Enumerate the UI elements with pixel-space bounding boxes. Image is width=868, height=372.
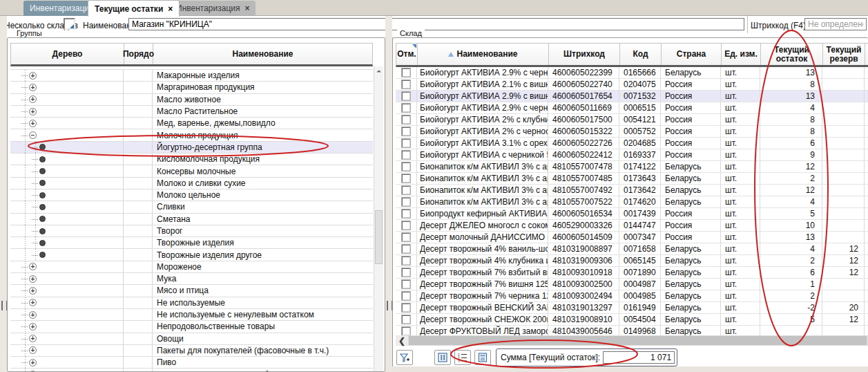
row-checkbox[interactable] — [402, 127, 410, 136]
stock-table-row[interactable]: Десерт ДЖЕЛЕО многосл с соком виш4605290… — [396, 220, 868, 232]
expand-node-icon[interactable]: + — [29, 120, 37, 127]
stock-table-row[interactable]: Биойогурт АКТИВИА 2% с клубникой46006050… — [396, 114, 868, 126]
row-checkbox[interactable] — [402, 186, 410, 194]
tree-row[interactable]: +Не используемые с ненулевым остатком — [10, 309, 373, 321]
row-checkbox[interactable] — [402, 210, 410, 218]
column-header-name[interactable]: Наименование — [418, 44, 549, 65]
stock-table-row[interactable]: Десерт творожный СНЕЖОК 200г481031900891… — [396, 314, 868, 326]
tree-row[interactable]: Кисломолочная продукция — [10, 154, 373, 165]
barcode-input[interactable] — [804, 18, 867, 30]
column-header-tree[interactable]: Дерево — [11, 44, 124, 64]
tree-row[interactable]: +Маргариновая продукция — [10, 82, 373, 93]
expand-node-icon[interactable]: + — [29, 299, 37, 306]
stock-table-row[interactable]: Бионапиток к/м АКТИВИЛ 3% с арома4810557… — [396, 196, 868, 208]
scrollbar-thumb[interactable] — [409, 336, 867, 345]
stock-table-row[interactable]: Биойогурт АКТИВИА 2.9% с черносли4600605… — [396, 102, 868, 114]
calculator-button[interactable] — [474, 350, 491, 365]
multi-store-checkbox[interactable] — [64, 18, 75, 30]
expand-node-icon[interactable]: + — [29, 335, 37, 342]
column-header-order[interactable]: Порядо — [124, 44, 153, 64]
expand-node-icon[interactable]: + — [29, 346, 37, 354]
tree-row[interactable]: Молоко цельное — [10, 189, 373, 201]
stock-table-row[interactable]: Десерт творожный ВЕНСКИЙ ЗАВТРА481031901… — [396, 302, 868, 314]
tree-row[interactable]: Творожные изделия — [10, 237, 373, 249]
row-checkbox[interactable] — [402, 162, 410, 171]
tab-inventory[interactable]: Инвентаризация × — [170, 1, 255, 15]
tree-row[interactable]: Консервы молочные — [10, 165, 373, 177]
left-splitter[interactable] — [0, 16, 7, 372]
tree-row[interactable]: +Масло животное — [10, 94, 373, 106]
row-checkbox[interactable] — [402, 151, 410, 159]
row-checkbox[interactable] — [402, 304, 410, 312]
row-checkbox[interactable] — [402, 68, 410, 77]
expand-node-icon[interactable]: + — [29, 95, 37, 103]
close-tab-icon[interactable]: × — [168, 6, 173, 12]
column-header-code[interactable]: Код — [620, 44, 662, 65]
stock-table-row[interactable]: Бионапиток к/м АКТИВИЛ 3% с арома4810557… — [396, 185, 868, 196]
tree-row[interactable]: +Масло Растительное — [10, 106, 373, 118]
stock-table-row[interactable]: Бионапиток к/м АКТИВИЛ 3% с арома4810557… — [396, 173, 868, 185]
column-header-unit[interactable]: Ед. изм. — [722, 44, 761, 65]
expand-node-icon[interactable]: + — [29, 311, 37, 319]
scrollbar-thumb[interactable] — [375, 210, 383, 264]
row-checkbox[interactable] — [402, 315, 410, 324]
tree-row[interactable]: +Не используемые — [10, 297, 373, 309]
row-checkbox[interactable] — [402, 245, 410, 253]
row-checkbox[interactable] — [402, 198, 410, 206]
tree-row[interactable]: +Мясо и птица — [10, 285, 373, 297]
stock-table-row[interactable]: Десерт творожный 4% клубника и шо4810319… — [396, 255, 868, 267]
expand-node-icon[interactable]: + — [29, 108, 37, 115]
tree-row[interactable]: Творог — [10, 225, 373, 237]
stock-table-row[interactable]: Биойогурт АКТИВИА 2.9% с вишней п4600605… — [396, 91, 868, 102]
stock-table-row[interactable]: Бионапиток к/м АКТИВИЛ 3% с арома4810557… — [396, 161, 868, 173]
row-checkbox[interactable] — [402, 80, 410, 89]
stock-table-row[interactable]: Биойогурт АКТИВИА 2.9% с черникой4600605… — [396, 67, 868, 79]
expand-node-icon[interactable]: + — [29, 323, 37, 331]
filter-add-button[interactable] — [396, 350, 413, 365]
row-checkbox[interactable] — [402, 92, 410, 100]
tree-row[interactable]: −Молочная продукция — [10, 129, 373, 141]
tree-row[interactable]: +Пиво — [10, 357, 373, 369]
expand-node-icon[interactable]: + — [29, 72, 37, 80]
sum-value-field[interactable]: 1 071 — [603, 351, 675, 364]
row-checkbox[interactable] — [402, 115, 410, 124]
tree-row[interactable]: +Непродовольственные товары — [10, 321, 373, 333]
row-checkbox[interactable] — [402, 292, 410, 300]
column-header-mark[interactable]: Отм. — [396, 44, 418, 65]
row-checkbox[interactable] — [402, 174, 410, 183]
row-checkbox[interactable] — [402, 233, 410, 241]
stock-table-row[interactable]: Биойогурт АКТИВИА 2.1% с вишней и4600605… — [396, 79, 868, 91]
column-header-stock[interactable]: Текущий остаток — [761, 44, 823, 65]
groups-vertical-scrollbar[interactable]: ⌃ — [374, 66, 383, 371]
tree-row[interactable]: Творожные изделия другое — [10, 249, 373, 261]
tab-current-stock[interactable]: Текущие остатки × — [88, 0, 180, 17]
stock-table-row[interactable]: Биопродукт кефирный АКТИВИА 1% с46006050… — [396, 208, 868, 220]
stock-table-row[interactable]: Биойогурт АКТИВИА с черникой 5 зла460060… — [396, 149, 868, 161]
panel-splitter[interactable] — [385, 16, 392, 372]
row-checkbox[interactable] — [402, 280, 410, 288]
tree-row[interactable]: +Мед, варенье, джемы,повидло — [10, 118, 373, 129]
row-checkbox[interactable] — [402, 257, 410, 265]
expand-node-icon[interactable]: + — [29, 287, 37, 295]
tree-row[interactable]: Сметана — [10, 214, 373, 225]
column-header-extra[interactable]: Д к — [865, 44, 868, 65]
tree-row[interactable]: +Мороженое — [10, 261, 373, 273]
row-checkbox[interactable] — [402, 327, 410, 335]
scroll-left-icon[interactable]: ❮ — [396, 335, 408, 346]
row-checkbox[interactable] — [402, 104, 410, 112]
stock-table-row[interactable]: Десерт творожный 4% ваниль-шокола4810319… — [396, 243, 868, 255]
tree-row[interactable]: +Овощи — [10, 333, 373, 345]
row-checkbox[interactable] — [402, 139, 410, 147]
row-checkbox[interactable] — [402, 268, 410, 277]
scroll-up-icon[interactable]: ⌃ — [374, 68, 383, 79]
column-header-name[interactable]: Наименование — [153, 44, 372, 64]
collapse-node-icon[interactable]: − — [29, 131, 37, 139]
row-checkbox[interactable] — [402, 221, 410, 230]
tree-row[interactable]: +Макаронные изделия — [10, 70, 373, 82]
tree-row[interactable]: +Мука — [10, 273, 373, 285]
tree-row[interactable]: Йогуртно-десертная группа — [10, 142, 373, 154]
stock-table-row[interactable]: Биойогурт АКТИВИА 2% с чернослив46006050… — [396, 126, 868, 138]
column-header-barcode[interactable]: Штрихкод — [549, 44, 620, 65]
column-header-country[interactable]: Страна — [662, 44, 722, 65]
stock-table-row[interactable]: Десерт творожный 7% вишня 125г4810093002… — [396, 279, 868, 290]
